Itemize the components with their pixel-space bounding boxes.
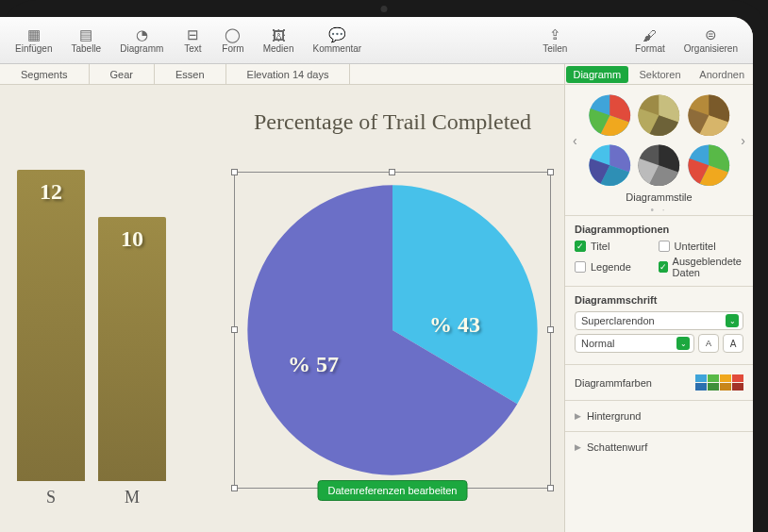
toolbar-share[interactable]: ⇪ Teilen — [533, 23, 576, 58]
color-swatches[interactable] — [695, 374, 743, 391]
resize-handle[interactable] — [547, 326, 554, 333]
sheet-tab-label: Elevation 14 days — [247, 69, 329, 80]
table-icon: ▤ — [75, 26, 96, 43]
plus-box-icon: ▦ — [24, 26, 44, 43]
toolbar-chart-label: Diagramm — [120, 43, 163, 54]
axis-label: S — [17, 488, 85, 507]
resize-handle[interactable] — [231, 485, 238, 491]
sheet-tab-essen[interactable]: Essen — [155, 64, 226, 84]
chevron-right-icon: ▶ — [575, 442, 581, 452]
toolbar-text-label: Text — [184, 43, 201, 54]
toolbar-chart[interactable]: ◔ Diagramm — [110, 23, 173, 58]
chk-label: Legende — [591, 261, 631, 273]
sheet-tab-gear[interactable]: Gear — [90, 64, 155, 84]
toolbar-comment-label: Kommentar — [312, 43, 361, 54]
checkbox-icon: ✓ — [659, 261, 668, 273]
chk-label: Titel — [591, 241, 609, 252]
toolbar-text[interactable]: ⊟ Text — [173, 23, 212, 58]
font-family-select[interactable]: Superclarendon ⌄ — [575, 311, 743, 330]
resize-handle[interactable] — [547, 169, 554, 175]
inspector-tab-label: Anordnen — [699, 69, 744, 80]
bar-m: 10 — [98, 217, 166, 481]
toolbar-comment[interactable]: 💬 Kommentar — [303, 23, 371, 58]
chart-font-section: Diagrammschrift Superclarendon ⌄ Normal … — [565, 286, 753, 364]
chart-style-option[interactable] — [686, 142, 732, 189]
sheet-tab-segments[interactable]: Segments — [0, 64, 90, 84]
comment-icon: 💬 — [326, 26, 347, 43]
toolbar-table-label: Tabelle — [71, 43, 101, 54]
chart-style-option[interactable] — [636, 142, 682, 189]
text-icon: ⊟ — [182, 26, 203, 43]
pie-icon: ◔ — [131, 26, 152, 43]
chevron-right-icon: ▶ — [575, 411, 581, 421]
pie-slice-label: % 43 — [429, 312, 480, 338]
toolbar-organize-label: Organisieren — [684, 43, 738, 54]
bar-value: 12 — [17, 179, 85, 205]
disclosure-label: Schattenwurf — [587, 441, 647, 453]
inspector-tab-chart[interactable]: Diagramm — [566, 66, 628, 83]
toolbar-format-label: Format — [635, 43, 665, 54]
pie-chart-selection[interactable]: % 43 % 57 Datenreferenzen bearbeiten — [234, 172, 551, 489]
bar-value: 10 — [98, 226, 166, 252]
inspector-tab-arrange[interactable]: Anordnen — [691, 64, 753, 84]
chart-styles-label: Diagrammstile — [565, 190, 753, 205]
styles-prev[interactable]: ‹ — [569, 133, 581, 148]
disclosure-label: Hintergrund — [587, 410, 641, 422]
edit-data-references-button[interactable]: Datenreferenzen bearbeiten — [318, 480, 468, 501]
toolbar-format[interactable]: 🖌 Format — [626, 23, 675, 58]
toolbar: ▦ Einfügen ▤ Tabelle ◔ Diagramm ⊟ Text ◯ — [0, 17, 753, 64]
inspector-tabs: Diagramm Sektoren Anordnen — [564, 64, 753, 85]
chart-options-section: Diagrammoptionen ✓Titel Untertitel Legen… — [565, 215, 753, 286]
font-larger-button[interactable]: A — [723, 334, 743, 353]
sheet-tab-label: Gear — [110, 69, 133, 80]
sheet-tabs: Segments Gear Essen Elevation 14 days — [0, 64, 564, 85]
chart-style-option[interactable] — [587, 92, 633, 139]
checkbox-icon: ✓ — [575, 241, 586, 252]
toolbar-media-label: Medien — [263, 43, 294, 54]
inspector-tab-sectors[interactable]: Sektoren — [629, 64, 692, 84]
canvas[interactable]: 12 10 S M Percentage of Trail Completed — [0, 85, 564, 532]
toolbar-organize[interactable]: ⊜ Organisieren — [675, 23, 747, 58]
select-value: Normal — [581, 338, 614, 349]
toolbar-insert-label: Einfügen — [15, 43, 52, 54]
bar-s: 12 — [17, 170, 85, 481]
disclosure-shadow[interactable]: ▶ Schattenwurf — [565, 431, 753, 462]
brush-icon: 🖌 — [640, 26, 660, 43]
chart-styles-row: ‹ › — [565, 85, 753, 190]
select-value: Superclarendon — [581, 315, 655, 326]
toolbar-table[interactable]: ▤ Tabelle — [61, 23, 110, 58]
pager-dots[interactable]: • · — [565, 205, 753, 215]
chk-ausgeblendete[interactable]: ✓Ausgeblendete Daten — [659, 256, 743, 278]
chk-titel[interactable]: ✓Titel — [575, 241, 651, 252]
section-title: Diagrammoptionen — [575, 224, 743, 235]
toolbar-media[interactable]: 🖼 Medien — [254, 23, 304, 58]
disclosure-background[interactable]: ▶ Hintergrund — [565, 400, 753, 431]
resize-handle[interactable] — [231, 326, 238, 333]
button-label: Datenreferenzen bearbeiten — [328, 485, 458, 496]
chevron-down-icon: ⌄ — [726, 314, 739, 327]
chk-legende[interactable]: Legende — [575, 256, 651, 278]
toolbar-share-label: Teilen — [543, 43, 567, 54]
toolbar-shape[interactable]: ◯ Form — [212, 23, 253, 58]
bar-chart[interactable]: 12 10 S M — [0, 138, 198, 515]
media-icon: 🖼 — [268, 26, 289, 43]
chart-style-option[interactable] — [587, 142, 633, 189]
pie-chart — [235, 173, 550, 488]
chart-colors-row[interactable]: Diagrammfarben — [565, 364, 753, 400]
chart-style-option[interactable] — [636, 92, 682, 139]
format-inspector: ‹ › Diagrammstile • · Diagrammoption — [564, 85, 753, 532]
sheet-tab-elevation[interactable]: Elevation 14 days — [226, 64, 351, 84]
toolbar-insert[interactable]: ▦ Einfügen — [6, 23, 61, 58]
styles-next[interactable]: › — [737, 133, 749, 148]
font-smaller-button[interactable]: A — [698, 334, 719, 353]
chart-style-option[interactable] — [686, 92, 732, 139]
resize-handle[interactable] — [231, 169, 238, 175]
resize-handle[interactable] — [547, 485, 554, 491]
font-weight-select[interactable]: Normal ⌄ — [575, 334, 694, 353]
toolbar-shape-label: Form — [222, 43, 243, 54]
resize-handle[interactable] — [389, 169, 395, 175]
share-icon: ⇪ — [544, 26, 565, 43]
chk-untertitel[interactable]: Untertitel — [659, 241, 743, 252]
chart-colors-label: Diagrammfarben — [575, 377, 652, 389]
inspector-tab-label: Diagramm — [573, 69, 621, 80]
